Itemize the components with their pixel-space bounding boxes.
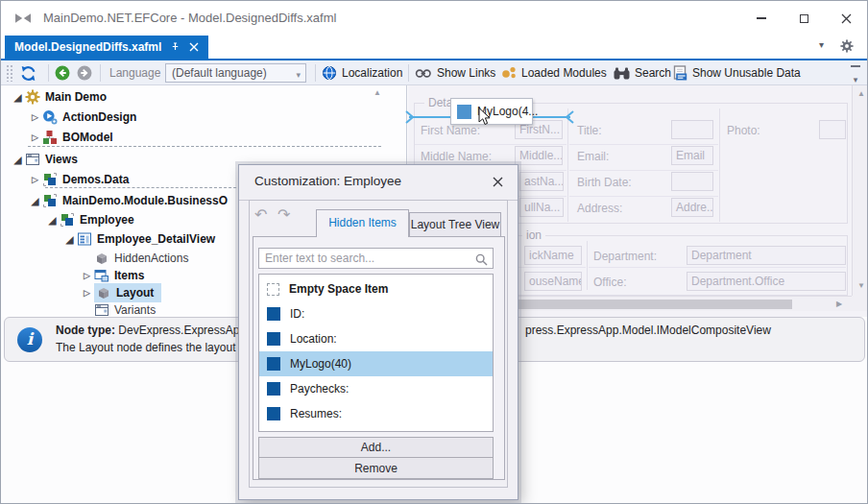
tree-separator bbox=[28, 146, 381, 147]
tree-item-hiddenactions[interactable]: HiddenActions bbox=[80, 249, 188, 268]
hidden-items-list: Empty Space Item ID: Location: MyLogo(40… bbox=[258, 274, 494, 432]
field-box[interactable]: ickName bbox=[524, 246, 582, 265]
tree-item-label: HiddenActions bbox=[114, 252, 188, 265]
remove-button[interactable]: Remove bbox=[258, 457, 494, 479]
field-box[interactable] bbox=[671, 120, 713, 139]
list-item-label: ID: bbox=[290, 307, 304, 321]
field-box[interactable] bbox=[671, 172, 713, 191]
toolbar-overflow-button[interactable]: ▾ bbox=[850, 65, 861, 86]
field-box[interactable]: astNa... bbox=[519, 172, 564, 191]
dragged-item-chip[interactable]: MyLogo(4... bbox=[450, 98, 533, 125]
tab-options-gear-icon[interactable] bbox=[840, 39, 854, 57]
field-label: Address: bbox=[577, 202, 622, 215]
field-box[interactable] bbox=[819, 120, 846, 139]
field-label: Title: bbox=[577, 124, 602, 137]
expander-expanded-icon[interactable]: ◢ bbox=[45, 215, 60, 226]
pin-icon[interactable] bbox=[170, 38, 181, 56]
expander-collapsed-icon[interactable]: ▷ bbox=[28, 132, 42, 142]
show-links-button[interactable]: Show Links bbox=[415, 60, 495, 85]
localization-button[interactable]: Localization bbox=[322, 60, 402, 85]
tree-scroll-up-arrow[interactable]: ▲ bbox=[374, 89, 381, 97]
list-item-resumes[interactable]: Resumes: bbox=[259, 401, 493, 426]
tree-item-views[interactable]: ◢ Views bbox=[11, 150, 78, 169]
second-group-label: ion bbox=[522, 228, 545, 242]
refresh-button[interactable] bbox=[20, 60, 36, 85]
toolbar-grip-handle[interactable] bbox=[6, 64, 12, 82]
list-item-empty-space[interactable]: Empty Space Item bbox=[259, 276, 493, 301]
field-box[interactable]: ullNa... bbox=[519, 198, 564, 217]
list-item-location[interactable]: Location: bbox=[259, 326, 493, 351]
app-window: MainDemo.NET.EFCore - Model.DesignedDiff… bbox=[0, 0, 868, 504]
expander-expanded-icon[interactable]: ◢ bbox=[11, 92, 25, 103]
redo-icon[interactable]: ↷ bbox=[277, 207, 290, 223]
field-box[interactable]: Addre... bbox=[671, 198, 713, 217]
tree-item-maindemo-module[interactable]: ◢ MainDemo.Module.BusinessO bbox=[28, 191, 228, 210]
window-title: MainDemo.NET.EFCore - Model.DesignedDiff… bbox=[43, 1, 336, 36]
column-divider bbox=[567, 108, 568, 222]
scroll-up-icon[interactable]: ▲ bbox=[857, 89, 865, 98]
row-divider bbox=[569, 170, 718, 171]
tree-item-actiondesign[interactable]: ▷ ActionDesign bbox=[28, 108, 136, 127]
close-button[interactable] bbox=[832, 7, 859, 30]
tab-list-chevron-icon[interactable]: ▾ bbox=[819, 39, 824, 50]
tree-item-bomodel[interactable]: ▷ BOModel bbox=[28, 128, 113, 147]
list-item-id[interactable]: ID: bbox=[259, 301, 493, 326]
field-square-icon bbox=[267, 382, 280, 396]
tree-item-demos-data[interactable]: ▷ Demos.Data bbox=[28, 170, 129, 189]
expander-expanded-icon[interactable]: ◢ bbox=[11, 155, 25, 165]
tree-item-main-demo[interactable]: ◢ Main Demo bbox=[11, 87, 107, 107]
forward-button[interactable] bbox=[77, 60, 92, 85]
language-label: Language bbox=[109, 60, 160, 85]
tree-item-employee[interactable]: ◢ Employee bbox=[45, 210, 134, 229]
vertical-scrollbar[interactable]: ▲ ▼ bbox=[852, 85, 868, 296]
tree-item-items[interactable]: ▷ Items bbox=[80, 266, 144, 285]
expander-expanded-icon[interactable]: ◢ bbox=[28, 196, 42, 206]
search-label: Search bbox=[635, 66, 671, 80]
expander-expanded-icon[interactable]: ◢ bbox=[62, 234, 77, 245]
search-button[interactable]: Search bbox=[614, 60, 671, 85]
field-square-icon bbox=[267, 407, 280, 420]
node-description-line: The Layout node defines the layout o bbox=[56, 341, 245, 354]
tree-item-employee-detailview[interactable]: ◢ Employee_DetailView bbox=[62, 229, 215, 249]
show-unusable-data-button[interactable]: Show Unusable Data bbox=[673, 60, 801, 85]
document-tab-strip: Model.DesignedDiffs.xafml ▾ bbox=[1, 36, 867, 60]
document-tab[interactable]: Model.DesignedDiffs.xafml bbox=[5, 36, 208, 59]
field-box[interactable]: ouseName bbox=[524, 272, 582, 291]
tab-hidden-items[interactable]: Hidden Items bbox=[316, 209, 409, 237]
field-label: Middle Name: bbox=[421, 150, 492, 163]
expander-collapsed-icon[interactable]: ▷ bbox=[28, 175, 42, 184]
maximize-button[interactable] bbox=[790, 7, 817, 30]
tree-item-label: Items bbox=[114, 269, 144, 282]
list-item-paychecks[interactable]: Paychecks: bbox=[259, 376, 493, 401]
node-type-line: Node type: DevExpress.ExpressApp. bbox=[56, 324, 249, 337]
scroll-right-icon[interactable]: ▶ bbox=[836, 300, 842, 308]
field-box[interactable]: Department.Office bbox=[687, 272, 846, 291]
items-window-icon bbox=[94, 268, 110, 283]
tab-close-icon[interactable] bbox=[189, 38, 199, 56]
loaded-modules-button[interactable]: Loaded Modules bbox=[501, 60, 607, 85]
language-dropdown[interactable]: (Default language) ▾ bbox=[165, 63, 306, 83]
field-box[interactable]: Department bbox=[687, 246, 846, 265]
gear-gold-icon bbox=[25, 89, 41, 105]
field-box[interactable]: Middle... bbox=[515, 146, 563, 165]
undo-icon[interactable]: ↶ bbox=[254, 207, 267, 223]
dialog-close-icon[interactable] bbox=[491, 175, 504, 188]
field-box[interactable]: Email bbox=[671, 146, 713, 165]
mouse-cursor bbox=[478, 108, 492, 127]
tree-item-label: Views bbox=[45, 153, 78, 166]
localization-label: Localization bbox=[342, 66, 402, 80]
scroll-down-icon[interactable]: ▼ bbox=[857, 281, 865, 290]
expander-collapsed-icon[interactable]: ▷ bbox=[80, 288, 94, 298]
add-button[interactable]: Add... bbox=[258, 437, 494, 458]
tab-layout-tree-view[interactable]: Layout Tree View bbox=[409, 212, 501, 237]
back-button[interactable] bbox=[55, 60, 70, 85]
list-item-mylogo[interactable]: MyLogo(40) bbox=[259, 351, 493, 376]
tree-item-layout[interactable]: ▷ Layout bbox=[80, 283, 161, 302]
cube-gray-icon bbox=[96, 285, 112, 300]
minimize-button[interactable] bbox=[748, 7, 775, 30]
search-box[interactable] bbox=[258, 248, 494, 269]
expander-collapsed-icon[interactable]: ▷ bbox=[28, 112, 42, 122]
search-input[interactable] bbox=[259, 249, 493, 268]
visual-studio-logo-icon bbox=[14, 11, 32, 30]
expander-collapsed-icon[interactable]: ▷ bbox=[80, 271, 94, 280]
